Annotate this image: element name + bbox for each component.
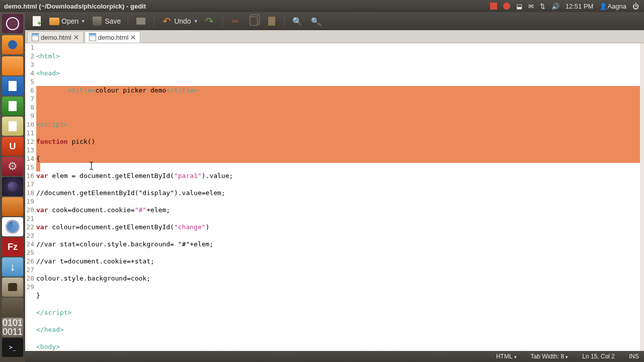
filezilla-icon[interactable]: Fz <box>2 237 23 256</box>
eclipse-icon[interactable] <box>2 177 23 196</box>
file-icon <box>32 33 39 41</box>
terminal-icon[interactable] <box>2 338 23 357</box>
replace-button[interactable] <box>308 15 323 28</box>
media-icon[interactable] <box>2 197 23 216</box>
tab-0[interactable]: demo.html ✕ <box>27 31 84 43</box>
record-stop-icon[interactable] <box>490 3 497 10</box>
dash-icon[interactable] <box>2 14 23 33</box>
status-tabwidth[interactable]: Tab Width: 8 <box>531 353 569 360</box>
cut-button[interactable]: ✂ <box>228 15 243 28</box>
settings-icon[interactable] <box>2 157 23 176</box>
new-button[interactable] <box>29 15 44 28</box>
mail-icon[interactable]: ✉ <box>528 3 534 10</box>
toolbar: Open Save ↶Undo ↷ ✂ 🔍 <box>25 12 644 30</box>
tab-label: demo.html <box>41 34 71 41</box>
gimp-icon[interactable] <box>2 278 23 297</box>
close-icon[interactable]: ✕ <box>130 34 136 41</box>
find-button[interactable]: 🔍 <box>290 15 305 28</box>
dropbox-icon[interactable]: ⬓ <box>516 3 522 10</box>
system-tray: ⬓ ✉ ⇅ 🔊 12:51 PM 👤 Aagna ⏻ <box>490 3 644 10</box>
calc-icon[interactable] <box>2 97 23 116</box>
print-button[interactable] <box>133 15 148 28</box>
code-area[interactable]: <html> <head> <title>colour picker demo<… <box>36 43 640 351</box>
status-position: Ln 15, Col 2 <box>582 353 615 360</box>
writer-icon[interactable] <box>2 76 23 96</box>
tab-label: demo.html <box>98 34 129 41</box>
tab-bar: demo.html ✕ demo.html ✕ <box>25 30 644 43</box>
tab-1[interactable]: demo.html ✕ <box>85 31 141 43</box>
software-center-icon[interactable]: U <box>2 137 23 156</box>
download-icon[interactable] <box>2 257 23 277</box>
scrollbar[interactable] <box>640 43 644 351</box>
text-cursor-icon <box>91 162 92 169</box>
window-title: demo.html (~/Downloads/ph/colorpick) - g… <box>0 3 146 10</box>
status-insert: INS <box>629 353 639 360</box>
copy-button[interactable] <box>246 15 261 28</box>
network-icon[interactable]: ⇅ <box>540 3 545 10</box>
system-bar: demo.html (~/Downloads/ph/colorpick) - g… <box>0 0 644 12</box>
sound-icon[interactable]: 🔊 <box>551 3 559 10</box>
user-menu[interactable]: 👤 Aagna <box>599 3 626 10</box>
impress-icon[interactable] <box>2 117 23 136</box>
close-icon[interactable]: ✕ <box>73 34 79 41</box>
session-icon[interactable]: ⏻ <box>632 3 639 10</box>
file-icon <box>89 33 96 41</box>
paste-button[interactable] <box>264 15 279 28</box>
editor[interactable]: 12 34 56 78 910 1112 1314 1516 1718 1920… <box>25 43 644 351</box>
redo-button[interactable]: ↷ <box>202 15 217 28</box>
save-button[interactable]: Save <box>90 15 123 28</box>
firefox-icon[interactable] <box>2 35 23 54</box>
clock[interactable]: 12:51 PM <box>566 3 594 10</box>
record-icon[interactable] <box>503 3 510 10</box>
status-language[interactable]: HTML <box>496 353 517 360</box>
files-icon[interactable] <box>2 56 23 75</box>
launcher: U Fz 01010011 <box>0 12 25 362</box>
open-button[interactable]: Open <box>47 16 87 26</box>
undo-button[interactable]: ↶Undo <box>159 15 199 28</box>
hex-icon[interactable]: 01010011 <box>2 318 23 337</box>
line-gutter: 12 34 56 78 910 1112 1314 1516 1718 1920… <box>25 43 36 351</box>
chromium-icon[interactable] <box>2 217 23 236</box>
app-icon[interactable] <box>2 298 23 317</box>
status-bar: HTML Tab Width: 8 Ln 15, Col 2 INS <box>25 351 644 362</box>
